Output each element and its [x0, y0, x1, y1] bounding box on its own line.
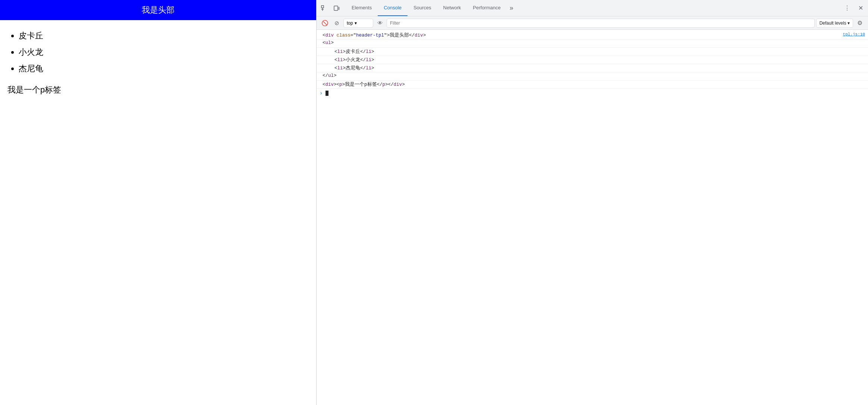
console-line-1-content: <div class="header-tpl">我是头部</div>: [323, 32, 837, 38]
devtools-panel: Elements Console Sources Network Perform…: [316, 0, 868, 405]
pokemon-list: 皮卡丘小火龙杰尼龟: [7, 28, 309, 77]
console-line-1-source[interactable]: tpl.js:10: [837, 32, 865, 37]
header-text: 我是头部: [142, 5, 174, 15]
default-levels-dropdown[interactable]: Default levels ▾: [816, 19, 853, 28]
console-filter-button[interactable]: ⊘: [331, 18, 342, 28]
console-prompt-icon: ›: [320, 90, 323, 96]
toolbar-icons-right: ⋮ ✕: [841, 2, 867, 14]
list-item: 小火龙: [19, 44, 309, 60]
list-item: 皮卡丘: [19, 28, 309, 44]
page-content: 皮卡丘小火龙杰尼龟 我是一个p标签: [0, 20, 316, 405]
tab-sources[interactable]: Sources: [408, 0, 437, 16]
console-output: <div class="header-tpl">我是头部</div> tpl.j…: [317, 30, 868, 405]
close-devtools-button[interactable]: ✕: [855, 2, 867, 14]
browser-preview: 我是头部 皮卡丘小火龙杰尼龟 我是一个p标签: [0, 0, 316, 405]
console-clear-button[interactable]: 🚫: [320, 18, 330, 28]
customize-devtools-button[interactable]: ⋮: [841, 2, 853, 14]
console-line-3-content: <li>皮卡丘</li>: [334, 48, 865, 55]
console-line-6-content: </ul>: [323, 73, 865, 78]
console-line-5: <li>杰尼龟</li>: [317, 64, 868, 72]
console-prompt-line[interactable]: ›: [317, 89, 868, 98]
page-header: 我是头部: [0, 0, 316, 20]
tab-console[interactable]: Console: [378, 0, 408, 16]
console-line-7: <div><p>我是一个p标签</p></div>: [317, 81, 868, 89]
console-settings-button[interactable]: ⚙: [855, 18, 865, 28]
console-line-5-content: <li>杰尼龟</li>: [334, 65, 865, 71]
toolbar-icons-left: [318, 2, 343, 14]
inspect-element-button[interactable]: [318, 2, 330, 14]
more-tabs-button[interactable]: »: [507, 0, 516, 16]
devtools-tabs: Elements Console Sources Network Perform…: [346, 0, 838, 16]
context-value: top: [347, 21, 353, 26]
svg-rect-3: [334, 6, 338, 10]
console-line-6: </ul>: [317, 72, 868, 81]
console-line-2: <ul>: [317, 40, 868, 48]
console-line-2-content: <ul>: [323, 40, 865, 45]
console-line-3: <li>皮卡丘</li>: [317, 48, 868, 56]
list-item: 杰尼龟: [19, 60, 309, 77]
devtools-toolbar: Elements Console Sources Network Perform…: [317, 0, 868, 16]
tab-performance[interactable]: Performance: [467, 0, 506, 16]
svg-rect-0: [321, 6, 324, 8]
console-line-1: <div class="header-tpl">我是头部</div> tpl.j…: [317, 31, 868, 40]
console-toolbar: 🚫 ⊘ top ▾ 👁 Default levels ▾ ⚙: [317, 16, 868, 30]
context-dropdown-icon: ▾: [355, 21, 357, 26]
context-selector[interactable]: top ▾: [343, 19, 373, 28]
tab-network[interactable]: Network: [437, 0, 467, 16]
console-line-7-content: <div><p>我是一个p标签</p></div>: [323, 81, 865, 88]
tab-elements[interactable]: Elements: [346, 0, 378, 16]
p-tag-text: 我是一个p标签: [7, 84, 309, 95]
console-cursor: [326, 91, 328, 96]
console-line-4: <li>小火龙</li>: [317, 56, 868, 64]
console-line-4-content: <li>小火龙</li>: [334, 57, 865, 63]
device-toolbar-button[interactable]: [331, 2, 343, 14]
default-levels-label: Default levels ▾: [820, 21, 850, 26]
eye-icon-button[interactable]: 👁: [375, 18, 385, 28]
filter-input[interactable]: [387, 19, 815, 28]
svg-rect-4: [339, 7, 339, 10]
